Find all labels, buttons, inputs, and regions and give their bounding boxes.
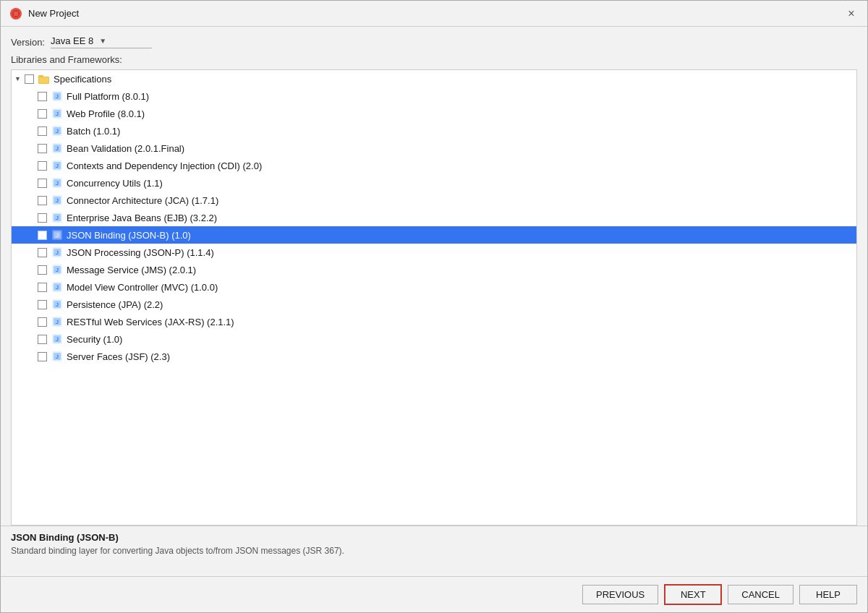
- item-checkbox[interactable]: [38, 127, 47, 136]
- item-label: Bean Validation (2.0.1.Final): [67, 143, 184, 154]
- item-label: Server Faces (JSF) (2.3): [67, 351, 170, 362]
- item-checkbox[interactable]: [38, 300, 47, 309]
- svg-text:J: J: [56, 284, 59, 291]
- item-checkbox[interactable]: [38, 144, 47, 153]
- svg-text:J: J: [56, 180, 59, 187]
- svg-text:J: J: [56, 249, 59, 256]
- list-item[interactable]: J Connector Architecture (JCA) (1.7.1): [12, 192, 856, 209]
- item-checkbox[interactable]: [38, 317, 47, 327]
- list-item[interactable]: J Security (1.0): [12, 330, 856, 348]
- list-item[interactable]: J Message Service (JMS) (2.0.1): [12, 261, 856, 278]
- next-button[interactable]: NEXT: [664, 584, 722, 605]
- svg-text:J: J: [56, 336, 59, 343]
- spec-icon: J: [51, 281, 63, 293]
- version-row: Version: Java EE 8 ▼: [11, 35, 857, 48]
- list-item[interactable]: J Model View Controller (MVC) (1.0.0): [12, 278, 856, 296]
- spec-icon: J: [51, 90, 63, 102]
- spec-icon: J: [51, 125, 63, 137]
- spec-icon: J: [51, 177, 63, 189]
- list-item[interactable]: J Server Faces (JSF) (2.3): [12, 348, 856, 365]
- svg-rect-5: [39, 77, 48, 83]
- spec-icon: J: [51, 351, 63, 362]
- spec-icon: J: [51, 264, 63, 275]
- list-item[interactable]: J Contexts and Dependency Injection (CDI…: [12, 157, 856, 174]
- version-select[interactable]: Java EE 8 ▼: [51, 35, 152, 48]
- close-button[interactable]: ×: [844, 7, 859, 21]
- category-label: Specifications: [54, 74, 111, 85]
- list-item[interactable]: J Persistence (JPA) (2.2): [12, 296, 856, 313]
- list-item[interactable]: J Concurrency Utils (1.1): [12, 174, 856, 192]
- list-item[interactable]: J Web Profile (8.0.1): [12, 105, 856, 122]
- svg-marker-2: [14, 12, 18, 16]
- item-checkbox[interactable]: [38, 109, 47, 119]
- title-bar: New Project ×: [1, 1, 867, 27]
- description-panel: JSON Binding (JSON-B) Standard binding l…: [1, 526, 867, 576]
- new-project-dialog: New Project × Version: Java EE 8 ▼ Libra…: [0, 0, 868, 613]
- svg-text:J: J: [56, 93, 59, 100]
- description-text: Standard binding layer for converting Ja…: [11, 546, 857, 556]
- cancel-button[interactable]: CANCEL: [728, 585, 793, 604]
- dropdown-arrow-icon: ▼: [99, 37, 106, 45]
- item-label: Persistence (JPA) (2.2): [67, 299, 163, 310]
- item-checkbox[interactable]: [38, 179, 47, 188]
- version-value: Java EE 8: [51, 35, 93, 46]
- dialog-content: Version: Java EE 8 ▼ Libraries and Frame…: [1, 27, 867, 526]
- folder-icon: [38, 73, 50, 85]
- list-item[interactable]: J Full Platform (8.0.1): [12, 87, 856, 105]
- list-item[interactable]: J RESTful Web Services (JAX-RS) (2.1.1): [12, 313, 856, 330]
- spec-icon: J: [51, 142, 63, 154]
- title-bar-left: New Project: [9, 7, 79, 20]
- expand-arrow-icon: ▼: [14, 75, 22, 82]
- svg-text:J: J: [56, 145, 59, 152]
- category-checkbox[interactable]: [25, 74, 34, 84]
- item-label: Security (1.0): [67, 334, 122, 345]
- item-checkbox[interactable]: [38, 335, 47, 344]
- item-label: Message Service (JMS) (2.0.1): [67, 265, 196, 275]
- svg-text:J: J: [56, 163, 59, 169]
- spec-icon: J: [51, 160, 63, 171]
- list-item[interactable]: J Batch (1.0.1): [12, 122, 856, 140]
- item-label: Batch (1.0.1): [67, 126, 120, 137]
- dialog-footer: PREVIOUS NEXT CANCEL HELP: [1, 576, 867, 612]
- spec-icon: J: [51, 333, 63, 345]
- item-label: Web Profile (8.0.1): [67, 108, 145, 119]
- item-label: RESTful Web Services (JAX-RS) (2.1.1): [67, 317, 234, 327]
- spec-icon: J: [51, 212, 63, 223]
- previous-button[interactable]: PREVIOUS: [582, 585, 658, 604]
- help-button[interactable]: HELP: [799, 585, 857, 604]
- libraries-label: Libraries and Frameworks:: [11, 54, 857, 65]
- item-checkbox[interactable]: [38, 92, 47, 101]
- item-checkbox[interactable]: [38, 213, 47, 223]
- item-checkbox[interactable]: [38, 283, 47, 292]
- category-specifications[interactable]: ▼ Specifications: [12, 70, 856, 87]
- list-item[interactable]: J Enterprise Java Beans (EJB) (3.2.2): [12, 209, 856, 226]
- item-label: Connector Architecture (JCA) (1.7.1): [67, 195, 218, 206]
- dialog-title: New Project: [28, 8, 79, 19]
- app-icon: [9, 7, 22, 20]
- list-item[interactable]: J JSON Processing (JSON-P) (1.1.4): [12, 244, 856, 261]
- svg-text:J: J: [56, 215, 59, 221]
- spec-icon: J: [51, 108, 63, 119]
- spec-icon: J: [51, 247, 63, 258]
- item-label: Full Platform (8.0.1): [67, 91, 149, 102]
- item-checkbox[interactable]: [38, 161, 47, 171]
- svg-text:J: J: [56, 197, 59, 204]
- spec-icon: J: [51, 299, 63, 310]
- list-item[interactable]: J Bean Validation (2.0.1.Final): [12, 140, 856, 157]
- list-item-selected[interactable]: J JSON Binding (JSON-B) (1.0): [12, 226, 856, 244]
- version-label: Version:: [11, 37, 45, 48]
- svg-text:J: J: [56, 353, 59, 360]
- svg-text:J: J: [56, 267, 59, 273]
- tree-container[interactable]: ▼ Specifications: [11, 69, 857, 526]
- item-checkbox[interactable]: [38, 231, 47, 240]
- spec-icon: J: [51, 316, 63, 327]
- item-checkbox[interactable]: [38, 265, 47, 275]
- svg-text:J: J: [56, 128, 59, 134]
- svg-text:J: J: [56, 319, 59, 325]
- svg-text:J: J: [56, 232, 59, 239]
- item-checkbox[interactable]: [38, 352, 47, 361]
- item-checkbox[interactable]: [38, 196, 47, 205]
- item-checkbox[interactable]: [38, 248, 47, 257]
- item-label: Concurrency Utils (1.1): [67, 178, 163, 189]
- description-title: JSON Binding (JSON-B): [11, 532, 857, 543]
